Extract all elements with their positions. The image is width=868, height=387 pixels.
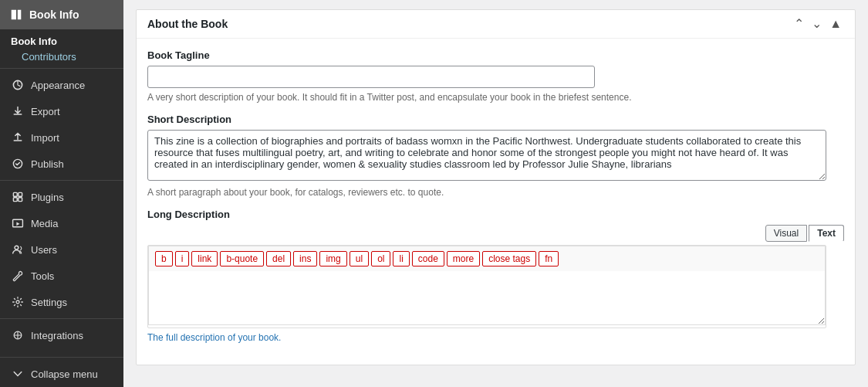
- panel-collapse-button[interactable]: ▲: [827, 18, 844, 30]
- sidebar-label-import: Import: [31, 132, 59, 144]
- sidebar-label-plugins: Plugins: [31, 192, 64, 203]
- panel-body: Book Tagline A very short description of…: [137, 39, 855, 365]
- fmt-bquote[interactable]: b-quote: [220, 251, 264, 266]
- integrations-icon: [11, 328, 25, 342]
- collapse-icon: [11, 367, 25, 381]
- sidebar-item-import[interactable]: Import: [0, 124, 123, 151]
- long-description-toolbar: Visual Text: [147, 225, 844, 242]
- sidebar-label-tools: Tools: [31, 270, 54, 282]
- plugins-icon: [11, 190, 25, 204]
- sidebar-collapse-menu[interactable]: Collapse menu: [0, 361, 123, 387]
- visual-tab[interactable]: Visual: [765, 225, 807, 242]
- fmt-fn[interactable]: fn: [539, 251, 559, 266]
- sidebar-item-users[interactable]: Users: [0, 236, 123, 263]
- sidebar-item-appearance[interactable]: Appearance: [0, 72, 123, 98]
- panel-down-button[interactable]: ⌄: [809, 18, 824, 30]
- sidebar-item-settings[interactable]: Settings: [0, 289, 123, 315]
- sidebar-label-integrations: Integrations: [31, 330, 83, 341]
- tools-icon: [11, 269, 25, 283]
- text-tab[interactable]: Text: [809, 225, 844, 242]
- about-book-panel: About the Book ⌃ ⌄ ▲ Book Tagline A very…: [136, 9, 856, 365]
- short-description-label: Short Description: [147, 114, 844, 125]
- fmt-close-tags[interactable]: close tags: [482, 251, 536, 266]
- fmt-ins[interactable]: ins: [293, 251, 317, 266]
- fmt-more[interactable]: more: [447, 251, 480, 266]
- fmt-li[interactable]: li: [393, 251, 409, 266]
- tagline-hint: A very short description of your book. I…: [147, 92, 844, 103]
- sidebar-divider-4: [0, 357, 123, 358]
- svg-rect-4: [13, 198, 17, 202]
- svg-rect-3: [19, 192, 22, 196]
- long-description-label: Long Description: [147, 209, 844, 220]
- svg-point-7: [15, 246, 19, 250]
- sidebar-item-export[interactable]: Export: [0, 98, 123, 124]
- tagline-field-group: Book Tagline A very short description of…: [147, 49, 844, 103]
- users-icon: [11, 243, 25, 256]
- sidebar-item-media[interactable]: Media: [0, 210, 123, 236]
- sidebar-collapse-label: Collapse menu: [31, 368, 98, 380]
- sidebar-section-book-info: Book Info: [0, 29, 123, 49]
- import-icon: [11, 131, 25, 144]
- sidebar-header[interactable]: Book Info: [0, 0, 123, 29]
- long-description-textarea[interactable]: [148, 271, 826, 325]
- formatting-bar: b i link b-quote del ins img ul ol li co…: [148, 246, 826, 271]
- fmt-ul[interactable]: ul: [350, 251, 369, 266]
- fmt-italic[interactable]: i: [175, 251, 190, 266]
- short-description-textarea[interactable]: [147, 130, 826, 181]
- fmt-bold[interactable]: b: [155, 251, 173, 266]
- panel-controls: ⌃ ⌄ ▲: [792, 18, 844, 30]
- book-icon: [9, 8, 23, 22]
- sidebar-bottom: Collapse menu: [0, 354, 123, 387]
- fmt-link[interactable]: link: [191, 251, 218, 266]
- sidebar-label-publish: Publish: [31, 158, 64, 170]
- panel-title: About the Book: [147, 18, 228, 30]
- sidebar-divider-2: [0, 180, 123, 181]
- short-description-field-group: Short Description A short paragraph abou…: [147, 114, 844, 198]
- main-content: About the Book ⌃ ⌄ ▲ Book Tagline A very…: [123, 0, 868, 387]
- sidebar-item-contributors[interactable]: Contributors: [0, 49, 123, 65]
- long-description-field-group: Long Description Visual Text b i link b-…: [147, 209, 844, 343]
- sidebar-label-users: Users: [31, 244, 57, 256]
- sidebar-label-media: Media: [31, 218, 58, 229]
- sidebar-item-tools[interactable]: Tools: [0, 263, 123, 289]
- sidebar-divider-3: [0, 318, 123, 319]
- media-icon: [11, 216, 25, 230]
- sidebar-item-publish[interactable]: Publish: [0, 151, 123, 177]
- svg-rect-5: [19, 198, 22, 202]
- sidebar: Book Info Book Info Contributors Appeara…: [0, 0, 123, 387]
- panel-header: About the Book ⌃ ⌄ ▲: [137, 10, 855, 39]
- export-icon: [11, 104, 25, 118]
- tagline-input[interactable]: [147, 66, 595, 88]
- sidebar-label-appearance: Appearance: [31, 80, 85, 91]
- fmt-code[interactable]: code: [412, 251, 444, 266]
- sidebar-item-integrations[interactable]: Integrations: [0, 322, 123, 348]
- sidebar-label-export: Export: [31, 106, 60, 117]
- short-description-hint: A short paragraph about your book, for c…: [147, 187, 844, 198]
- appearance-icon: [11, 78, 25, 92]
- fmt-ol[interactable]: ol: [371, 251, 390, 266]
- svg-point-8: [16, 300, 19, 304]
- svg-rect-2: [13, 192, 17, 196]
- sidebar-label-settings: Settings: [31, 297, 67, 308]
- tagline-label: Book Tagline: [147, 49, 844, 61]
- fmt-del[interactable]: del: [266, 251, 291, 266]
- sidebar-divider: [0, 68, 123, 69]
- sidebar-header-title: Book Info: [29, 8, 79, 21]
- sidebar-item-plugins[interactable]: Plugins: [0, 184, 123, 210]
- panel-up-button[interactable]: ⌃: [792, 18, 806, 30]
- long-description-hint: The full description of your book.: [147, 332, 844, 343]
- fmt-img[interactable]: img: [319, 251, 346, 266]
- settings-icon: [11, 295, 25, 309]
- publish-icon: [11, 157, 25, 171]
